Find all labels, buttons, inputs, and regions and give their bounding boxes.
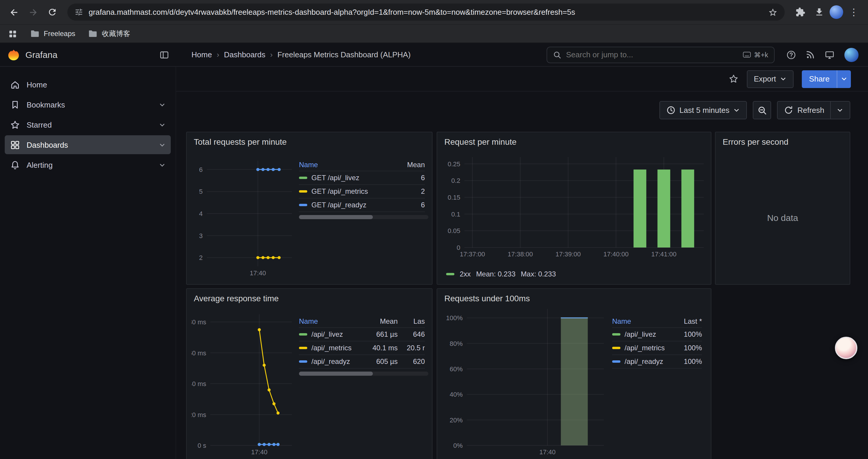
panel-title[interactable]: Total requests per minute bbox=[194, 137, 286, 146]
favorite-star-icon[interactable] bbox=[728, 74, 738, 84]
breadcrumb: Home › Dashboards › Freeleaps Metrics Da… bbox=[176, 50, 411, 59]
bookmark-star-icon[interactable] bbox=[768, 7, 778, 17]
scrollbar-thumb[interactable] bbox=[299, 371, 373, 376]
floating-avatar[interactable] bbox=[835, 337, 857, 359]
svg-text:17:37:00: 17:37:00 bbox=[460, 251, 485, 258]
browser-toolbar: grafana.mathmast.com/d/deytv4rwavabkb/fr… bbox=[0, 0, 868, 24]
breadcrumb-dashboards[interactable]: Dashboards bbox=[224, 50, 265, 59]
share-button[interactable]: Share bbox=[802, 70, 851, 88]
bookmark-label: Freeleaps bbox=[44, 30, 75, 38]
apps-grid-icon[interactable] bbox=[8, 29, 17, 38]
share-menu-chevron[interactable] bbox=[837, 70, 851, 88]
panel-average-response-time: Average response time 80 ms60 ms40 ms20 … bbox=[186, 288, 433, 459]
extensions-icon[interactable] bbox=[792, 4, 808, 21]
legend-table[interactable]: NameMeanLas/api/_livez661 µs646/api/_met… bbox=[299, 315, 428, 369]
chart-total-requests[interactable]: 6543217:40 bbox=[191, 154, 297, 281]
bookmark-folder-freeleaps[interactable]: Freeleaps bbox=[30, 29, 75, 38]
search-input[interactable]: ⌘+k bbox=[547, 46, 775, 63]
sidebar-item-dashboards[interactable]: Dashboards bbox=[5, 135, 171, 154]
help-icon[interactable] bbox=[786, 50, 796, 59]
svg-text:0.25: 0.25 bbox=[447, 160, 460, 168]
svg-text:60%: 60% bbox=[450, 365, 463, 373]
panel-requests-under-100ms: Requests under 100ms 100%80%60%40%20%0%1… bbox=[437, 288, 711, 459]
chart-average-response-time[interactable]: 80 ms60 ms40 ms20 ms0 s17:40 bbox=[191, 310, 297, 459]
downloads-icon[interactable] bbox=[811, 4, 827, 21]
sidebar-item-starred[interactable]: Starred bbox=[5, 115, 171, 134]
breadcrumb-home[interactable]: Home bbox=[191, 50, 212, 59]
profile-avatar[interactable] bbox=[830, 5, 843, 19]
svg-text:80 ms: 80 ms bbox=[191, 319, 206, 326]
sidebar-item-alerting[interactable]: Alerting bbox=[5, 155, 171, 174]
chevron-down-icon[interactable] bbox=[159, 141, 165, 148]
site-settings-icon[interactable] bbox=[74, 8, 83, 17]
export-button[interactable]: Export bbox=[747, 70, 794, 88]
bookmark-icon bbox=[10, 100, 20, 109]
divider bbox=[830, 102, 831, 119]
refresh-button[interactable]: Refresh bbox=[777, 101, 850, 119]
panel-title[interactable]: Average response time bbox=[194, 294, 279, 303]
chevron-down-icon[interactable] bbox=[159, 121, 165, 128]
time-range-picker[interactable]: Last 5 minutes bbox=[659, 101, 747, 119]
sidebar-toggle-icon[interactable] bbox=[159, 50, 169, 59]
grafana-brand: Grafana bbox=[25, 50, 57, 60]
forward-icon bbox=[28, 7, 38, 18]
svg-text:17:40: 17:40 bbox=[539, 448, 555, 456]
sidebar-item-bookmarks[interactable]: Bookmarks bbox=[5, 95, 171, 114]
svg-text:17:39:00: 17:39:00 bbox=[555, 251, 581, 258]
legend-scrollbar[interactable] bbox=[299, 371, 428, 376]
browser-window: grafana.mathmast.com/d/deytv4rwavabkb/fr… bbox=[0, 0, 868, 459]
svg-text:100%: 100% bbox=[446, 314, 463, 322]
keyboard-icon bbox=[743, 52, 751, 58]
sidebar: Home Bookmarks Starred Dashboards Alerti… bbox=[0, 67, 176, 459]
svg-text:17:40: 17:40 bbox=[251, 448, 267, 456]
bookmarks-bar: Freeleaps 收藏博客 bbox=[0, 24, 868, 43]
user-avatar[interactable] bbox=[844, 47, 859, 62]
back-button[interactable] bbox=[6, 4, 23, 21]
svg-text:0.05: 0.05 bbox=[447, 227, 460, 234]
svg-text:40 ms: 40 ms bbox=[191, 380, 206, 388]
star-icon bbox=[10, 120, 20, 130]
monitor-icon[interactable] bbox=[825, 50, 834, 59]
legend-inline[interactable]: 2xxMean: 0.233Max: 0.233 bbox=[446, 270, 556, 278]
chart-requests-under-100ms[interactable]: 100%80%60%40%20%0%17:40 bbox=[441, 308, 609, 457]
svg-text:2: 2 bbox=[199, 254, 203, 261]
dashboard-toolbar: Export Share bbox=[176, 67, 868, 92]
clock-icon bbox=[666, 106, 675, 114]
refresh-interval-chevron[interactable] bbox=[837, 107, 843, 113]
chevron-down-icon[interactable] bbox=[159, 162, 165, 168]
chevron-down-icon bbox=[734, 107, 740, 113]
url-text[interactable]: grafana.mathmast.com/d/deytv4rwavabkb/fr… bbox=[89, 8, 763, 17]
grafana-logo[interactable] bbox=[7, 48, 20, 61]
legend-table[interactable]: NameMeanGET /api/_livez6GET /api/_metric… bbox=[299, 158, 428, 212]
folder-icon bbox=[30, 29, 39, 38]
svg-text:20%: 20% bbox=[450, 417, 463, 424]
chart-request-per-minute[interactable]: 0.250.20.150.10.05017:37:0017:38:0017:39… bbox=[441, 150, 707, 267]
panel-title[interactable]: Requests under 100ms bbox=[444, 294, 530, 303]
reload-button[interactable] bbox=[44, 4, 60, 21]
time-controls: Last 5 minutes Refresh bbox=[659, 101, 850, 119]
scrollbar-thumb[interactable] bbox=[299, 215, 373, 219]
bookmark-folder-blogs[interactable]: 收藏博客 bbox=[88, 29, 130, 39]
chevron-down-icon bbox=[780, 76, 787, 82]
legend-scrollbar[interactable] bbox=[299, 215, 428, 219]
svg-text:17:40:00: 17:40:00 bbox=[603, 251, 629, 258]
browser-menu-icon[interactable]: ⋮ bbox=[845, 4, 862, 21]
svg-text:0.15: 0.15 bbox=[447, 194, 460, 201]
zoom-out-icon[interactable] bbox=[753, 101, 771, 119]
breadcrumb-separator: › bbox=[217, 50, 219, 59]
sidebar-item-home[interactable]: Home bbox=[5, 75, 171, 94]
search-icon bbox=[553, 51, 561, 59]
forward-button[interactable] bbox=[25, 4, 41, 21]
folder-icon bbox=[88, 29, 98, 38]
panel-title[interactable]: Errors per second bbox=[723, 137, 788, 146]
svg-text:0.2: 0.2 bbox=[451, 177, 460, 184]
legend-table[interactable]: NameLast */api/_livez100%/api/_metrics10… bbox=[612, 315, 706, 369]
search-placeholder[interactable] bbox=[566, 50, 738, 59]
url-bar[interactable]: grafana.mathmast.com/d/deytv4rwavabkb/fr… bbox=[67, 4, 785, 21]
panel-title[interactable]: Request per minute bbox=[444, 137, 517, 146]
chevron-down-icon[interactable] bbox=[159, 101, 165, 108]
svg-text:20 ms: 20 ms bbox=[191, 411, 206, 419]
breadcrumb-current: Freeleaps Metrics Dashboard (ALPHA) bbox=[277, 50, 411, 59]
svg-text:80%: 80% bbox=[450, 340, 463, 347]
rss-icon[interactable] bbox=[806, 50, 815, 59]
